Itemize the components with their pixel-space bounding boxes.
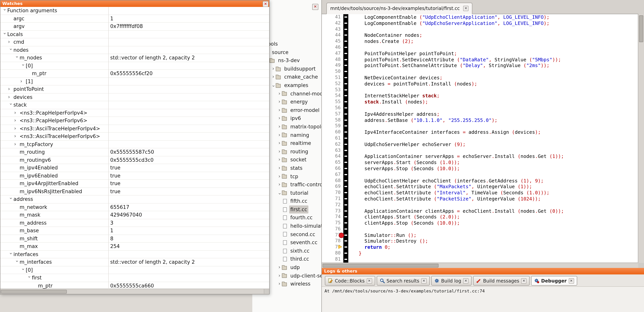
debug-margin[interactable] [343, 208, 348, 214]
expander-icon[interactable]: › [14, 117, 20, 124]
expander-icon[interactable]: › [277, 180, 282, 189]
watch-row[interactable]: ›[0] [0, 266, 269, 274]
debug-margin[interactable] [343, 14, 348, 20]
logs-panel-titlebar[interactable]: Logs & others [322, 268, 644, 275]
expander-icon[interactable]: › [277, 280, 282, 288]
horizontal-scroll-thumb[interactable] [322, 264, 438, 268]
expander-icon[interactable]: › [277, 263, 282, 272]
editor-tab[interactable]: mnt/dev/tools/source/ns-3-dev/examples/t… [326, 3, 472, 14]
watch-row[interactable]: ›stack [0, 101, 269, 109]
expander-icon[interactable]: › [19, 268, 27, 274]
expander-icon[interactable]: › [277, 139, 282, 147]
watch-row[interactable]: ›interfaces [0, 251, 269, 258]
watch-row[interactable]: m_ipv6NsRsJitterEnabledtrue [0, 188, 269, 195]
watch-row[interactable]: ›devices [0, 93, 269, 101]
watch-row[interactable]: ›<ns3::PcapHelperForIpv4> [0, 109, 269, 117]
watch-row[interactable]: ›<ns3::PcapHelperForIpv6> [0, 117, 269, 125]
debug-margin[interactable] [343, 226, 348, 232]
debug-margin[interactable] [343, 250, 348, 256]
debug-margin[interactable] [343, 141, 348, 147]
debug-margin[interactable] [343, 220, 348, 226]
expander-icon[interactable]: › [20, 78, 26, 85]
expander-icon[interactable]: › [7, 197, 14, 203]
debug-margin[interactable] [343, 111, 348, 117]
debug-margin[interactable] [343, 147, 348, 154]
expander-icon[interactable]: › [8, 85, 14, 93]
debug-margin[interactable] [343, 57, 348, 63]
debug-margin[interactable] [343, 154, 348, 160]
expander-icon[interactable]: › [14, 125, 20, 132]
watch-row[interactable]: ›address [0, 195, 269, 203]
expander-icon[interactable]: › [277, 272, 282, 280]
debug-margin[interactable] [343, 81, 348, 87]
debug-margin[interactable] [343, 214, 348, 220]
breakpoint-icon[interactable] [339, 232, 344, 238]
expander-icon[interactable]: › [277, 172, 282, 180]
debug-margin[interactable] [343, 51, 348, 57]
editor-tab-close-icon[interactable]: × [463, 6, 468, 11]
watch-row[interactable]: m_network655617 [0, 203, 269, 211]
watch-row[interactable]: argv0x7fffffffdf08 [0, 23, 269, 30]
debug-margin[interactable] [343, 159, 348, 165]
expander-icon[interactable]: › [19, 64, 27, 69]
expander-icon[interactable]: › [277, 123, 282, 131]
debug-margin[interactable] [343, 178, 348, 184]
debug-margin[interactable] [343, 87, 348, 93]
expander-icon[interactable]: › [13, 56, 20, 61]
debug-margin[interactable] [343, 129, 348, 135]
watches-horizontal-scrollbar[interactable] [0, 289, 269, 294]
watch-row[interactable]: ›<ns3::AsciiTraceHelperForIpv4> [0, 125, 269, 133]
expander-icon[interactable]: › [277, 106, 282, 114]
debug-margin[interactable] [343, 63, 348, 69]
watch-row[interactable]: ›Function arguments [0, 7, 269, 15]
debug-margin[interactable] [343, 20, 348, 26]
watch-row[interactable]: m_routingv60x5555555cd3c0 [0, 156, 269, 164]
debug-margin[interactable] [343, 184, 348, 190]
debug-margin[interactable] [343, 165, 348, 172]
expander-icon[interactable]: › [271, 65, 276, 73]
debug-margin[interactable] [343, 117, 348, 123]
debug-margin[interactable] [343, 38, 348, 44]
debug-margin[interactable] [343, 190, 348, 196]
tab-close-icon[interactable]: × [421, 278, 427, 284]
debug-margin[interactable] [343, 202, 348, 208]
editor-vertical-scrollbar[interactable] [638, 14, 644, 263]
tab-debugger[interactable]: Debugger × [531, 276, 577, 286]
watch-row[interactable]: ›nodes [0, 46, 269, 54]
debug-margin[interactable] [343, 256, 348, 263]
watch-row[interactable]: m_routing0x555555587c50 [0, 148, 269, 156]
expander-icon[interactable]: › [277, 164, 282, 172]
vertical-scroll-thumb[interactable] [639, 15, 643, 42]
watch-row[interactable]: m_max254 [0, 243, 269, 251]
expander-icon[interactable]: › [277, 98, 282, 106]
watch-row[interactable]: m_ipv4Enabledtrue [0, 164, 269, 172]
tab-close-icon[interactable]: × [366, 278, 372, 284]
watches-close-button[interactable]: × [263, 1, 268, 7]
expander-icon[interactable]: › [7, 103, 14, 109]
watch-row[interactable]: m_shift8 [0, 235, 269, 243]
editor-horizontal-scrollbar[interactable] [322, 263, 638, 268]
watch-row[interactable]: ›pointToPoint [0, 85, 269, 93]
debug-margin[interactable] [343, 93, 348, 99]
expander-icon[interactable]: › [7, 48, 14, 53]
project-panel-close-button[interactable]: × [312, 4, 318, 10]
watch-row[interactable]: ›[0] [0, 62, 269, 70]
watch-row[interactable]: ›cmd [0, 38, 269, 46]
expander-icon[interactable]: › [13, 260, 20, 266]
tab-build-log[interactable]: Build log × [431, 276, 472, 286]
debug-margin[interactable] [343, 75, 348, 81]
watch-row[interactable]: ›m_interfacesstd::vector of length 2, ca… [0, 258, 269, 266]
tab-close-icon[interactable]: × [521, 278, 526, 284]
debug-margin[interactable] [343, 244, 348, 251]
watch-row[interactable]: argc1 [0, 15, 269, 23]
debug-margin[interactable] [343, 171, 348, 178]
watch-row[interactable]: ›[1] [0, 78, 269, 85]
expander-icon[interactable]: › [277, 90, 282, 98]
tab-close-icon[interactable]: × [568, 278, 574, 284]
watches-scroll-thumb[interactable] [1, 290, 67, 294]
watches-titlebar[interactable]: Watches × [0, 0, 269, 7]
expander-icon[interactable]: › [7, 252, 14, 258]
expander-icon[interactable]: › [277, 114, 282, 123]
expander-icon[interactable]: › [277, 131, 282, 139]
debug-margin[interactable] [343, 44, 348, 51]
